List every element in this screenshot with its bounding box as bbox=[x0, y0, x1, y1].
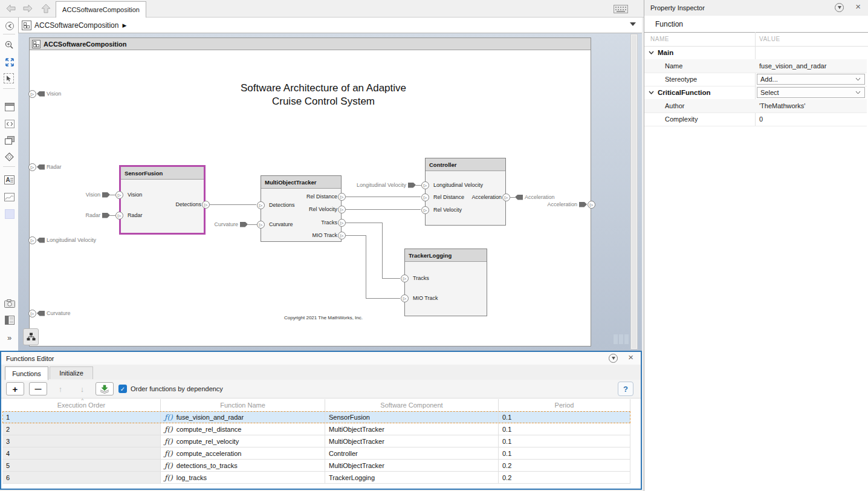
wire[interactable] bbox=[382, 223, 383, 278]
port-trackerlogging-tracks[interactable] bbox=[401, 275, 409, 282]
port-mot-tracks[interactable] bbox=[338, 219, 346, 227]
criticalfunction-select-dropdown[interactable]: Select bbox=[757, 87, 865, 98]
wire[interactable] bbox=[366, 235, 366, 298]
wire[interactable] bbox=[510, 197, 515, 198]
wire[interactable] bbox=[382, 278, 400, 279]
panel-layout-icon[interactable] bbox=[4, 314, 15, 326]
screenshot-icon[interactable] bbox=[4, 298, 15, 309]
wire[interactable] bbox=[416, 185, 421, 186]
component-controller[interactable]: Controller bbox=[425, 158, 506, 226]
signal-label-vision[interactable]: Vision bbox=[86, 192, 110, 198]
component-trackerlogging[interactable]: TrackerLogging bbox=[404, 249, 487, 316]
copy-compare-icon[interactable] bbox=[4, 135, 15, 146]
breadcrumb[interactable]: ACCSoftwareComposition bbox=[34, 21, 118, 30]
port-longitudinal-velocity-in[interactable] bbox=[28, 236, 36, 244]
port-trackerlogging-mio-track[interactable] bbox=[401, 294, 409, 302]
order-by-dependency-checkbox[interactable] bbox=[118, 385, 127, 393]
port-vision-in[interactable] bbox=[28, 90, 36, 98]
port-sensorfusion-radar[interactable] bbox=[115, 212, 123, 219]
zoom-region-icon[interactable] bbox=[4, 39, 15, 51]
forward-button-icon[interactable] bbox=[22, 3, 34, 14]
port-mot-curvature[interactable] bbox=[257, 221, 265, 229]
column-period[interactable]: Period bbox=[499, 399, 630, 411]
breadcrumb-caret-icon[interactable] bbox=[122, 22, 126, 28]
port-sensorfusion-detections[interactable] bbox=[202, 201, 210, 209]
function-row[interactable]: 1 fuse_vision_and_radar SensorFusion 0.1 bbox=[2, 411, 630, 423]
function-row[interactable]: 6 log_tracks TrackerLogging 0.2 bbox=[2, 472, 630, 484]
wire[interactable] bbox=[346, 197, 421, 197]
viewport-icon[interactable] bbox=[4, 101, 15, 112]
wire[interactable] bbox=[110, 215, 115, 216]
property-group-criticalfunction[interactable]: CriticalFunction Select bbox=[644, 86, 867, 100]
panel-menu-icon[interactable] bbox=[835, 3, 844, 12]
wire[interactable] bbox=[346, 235, 366, 236]
help-icon[interactable] bbox=[618, 382, 633, 396]
stereotype-dropdown[interactable]: Add... bbox=[757, 74, 865, 85]
back-button-icon[interactable] bbox=[5, 3, 17, 14]
column-execution-order[interactable]: Execution Order bbox=[2, 399, 161, 411]
update-diagram-button[interactable] bbox=[96, 382, 114, 395]
annotation-icon[interactable]: A bbox=[4, 174, 15, 186]
area-annotation-icon[interactable] bbox=[4, 208, 15, 219]
port-controller-rel-distance[interactable] bbox=[421, 193, 429, 201]
edge-label-radar[interactable]: Radar bbox=[37, 164, 62, 170]
port-controller-longitudinal-velocity[interactable] bbox=[421, 181, 429, 189]
column-function-name[interactable]: Function Name bbox=[161, 399, 325, 411]
port-mot-detections[interactable] bbox=[257, 201, 265, 209]
signal-label-radar[interactable]: Radar bbox=[85, 212, 110, 218]
complexity-value-field[interactable]: 0 bbox=[759, 115, 763, 123]
signal-label-curvature[interactable]: Curvature bbox=[214, 221, 248, 227]
panel-menu-icon[interactable] bbox=[609, 354, 618, 363]
close-icon[interactable] bbox=[628, 353, 633, 362]
code-view-icon[interactable] bbox=[4, 118, 15, 129]
author-value-field[interactable]: 'TheMathworks' bbox=[759, 102, 805, 109]
port-mot-mio-track[interactable] bbox=[338, 232, 346, 239]
port-controller-rel-velocity[interactable] bbox=[421, 206, 429, 214]
copyright-note[interactable]: Copyright 2021 The MathWorks, Inc. bbox=[233, 315, 414, 320]
wire[interactable] bbox=[346, 209, 421, 210]
signal-label-longitudinal-velocity[interactable]: Longitudinal Velocity bbox=[357, 182, 416, 188]
property-group-main[interactable]: Main bbox=[644, 46, 867, 60]
function-row[interactable]: 5 detections_to_tracks MultiObjectTracke… bbox=[2, 460, 630, 472]
port-mot-rel-distance[interactable] bbox=[338, 193, 346, 201]
component-sensorfusion[interactable]: SensorFusion bbox=[119, 165, 206, 235]
tab-initialize[interactable]: Initialize bbox=[50, 366, 93, 379]
show-hierarchy-button[interactable] bbox=[23, 328, 39, 345]
function-row[interactable]: 4 compute_acceleration Controller 0.1 bbox=[2, 447, 630, 460]
up-to-parent-icon[interactable] bbox=[40, 3, 52, 14]
edge-label-acceleration[interactable]: Acceleration bbox=[547, 201, 587, 207]
edge-label-longitudinal-velocity[interactable]: Longitudinal Velocity bbox=[37, 237, 96, 243]
route-diamond-icon[interactable] bbox=[4, 151, 15, 163]
move-up-button[interactable] bbox=[52, 383, 69, 395]
port-sensorfusion-vision[interactable] bbox=[115, 191, 123, 199]
wire[interactable] bbox=[248, 224, 257, 225]
port-mot-rel-velocity[interactable] bbox=[338, 206, 346, 213]
remove-function-button[interactable] bbox=[29, 382, 47, 395]
port-curvature-in[interactable] bbox=[28, 310, 36, 317]
function-row[interactable]: 2 compute_rel_distance MultiObjectTracke… bbox=[2, 423, 630, 435]
breadcrumb-dropdown-icon[interactable] bbox=[630, 22, 636, 26]
wire[interactable] bbox=[346, 223, 382, 223]
wire[interactable] bbox=[210, 204, 256, 205]
diagram-title[interactable]: Software Architecture of an Adaptive Cru… bbox=[202, 82, 444, 108]
move-down-button[interactable] bbox=[74, 383, 91, 395]
diagram-canvas[interactable]: ACCSoftwareComposition Software Architec… bbox=[18, 33, 642, 351]
tab-accsoftwarecomposition[interactable]: ACCSoftwareComposition bbox=[56, 1, 146, 18]
name-value-field[interactable]: fuse_vision_and_radar bbox=[759, 62, 826, 70]
chevron-down-icon[interactable] bbox=[649, 91, 654, 94]
close-icon[interactable] bbox=[855, 2, 861, 11]
edge-label-curvature[interactable]: Curvature bbox=[37, 310, 71, 316]
select-area-icon[interactable] bbox=[4, 73, 14, 83]
keyboard-icon[interactable] bbox=[614, 5, 628, 13]
wire[interactable] bbox=[366, 298, 400, 299]
add-function-button[interactable] bbox=[6, 382, 24, 395]
tab-functions[interactable]: Functions bbox=[5, 366, 48, 380]
fit-to-view-icon[interactable] bbox=[4, 56, 15, 68]
edge-label-vision[interactable]: Vision bbox=[37, 91, 61, 97]
column-software-component[interactable]: Software Component bbox=[325, 399, 499, 411]
port-acceleration-out[interactable] bbox=[588, 201, 595, 209]
chevron-down-icon[interactable] bbox=[649, 51, 654, 54]
canvas-vertical-scrollbar[interactable] bbox=[630, 34, 638, 350]
function-row[interactable]: 3 compute_rel_velocity MultiObjectTracke… bbox=[2, 435, 630, 447]
signal-label-acceleration[interactable]: Acceleration bbox=[515, 194, 555, 200]
